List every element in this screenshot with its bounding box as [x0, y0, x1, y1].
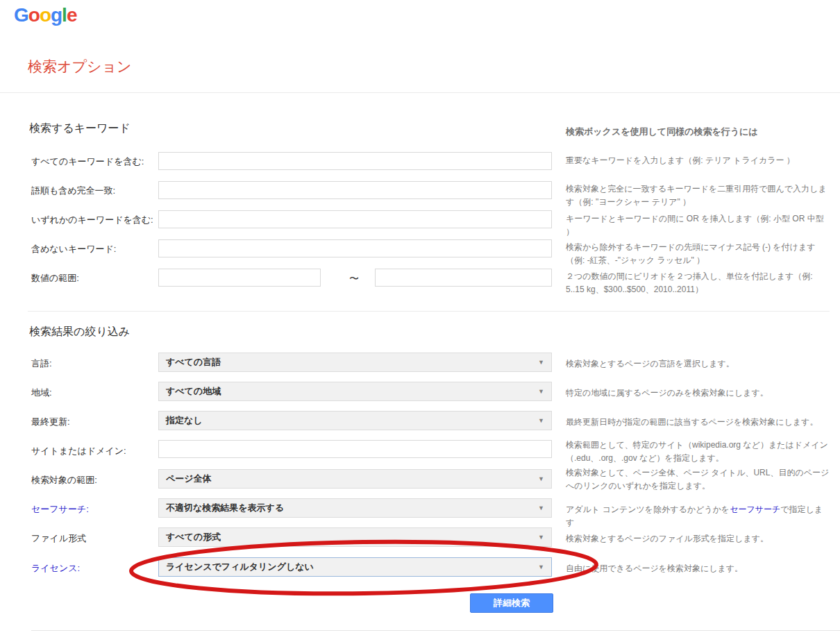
license-label-link[interactable]: ライセンス:	[31, 562, 80, 575]
logo-letter: e	[67, 4, 77, 26]
help-safesearch: アダルト コンテンツを除外するかどうかをセーフサーチで指定します	[566, 503, 831, 529]
label-terms-appearing: 検索対象の範囲:	[31, 474, 97, 486]
help-site-domain: 検索範囲として、特定のサイト（wikipedia.org など）またはドメイン（…	[566, 439, 831, 464]
chevron-down-icon: ▼	[538, 389, 544, 395]
exact-phrase-input[interactable]	[158, 181, 552, 199]
help-safesearch-prefix: アダルト コンテンツを除外するかどうかを	[566, 505, 730, 514]
header-divider	[0, 92, 840, 93]
label-last-update: 最終更新:	[31, 416, 70, 428]
label-file-type: ファイル形式	[31, 532, 86, 545]
help-column-title: 検索ボックスを使用して同様の検索を行うには	[566, 126, 830, 138]
any-keywords-input[interactable]	[158, 210, 552, 228]
terms-appearing-select[interactable]: ページ全体 ▼	[158, 469, 552, 489]
help-region: 特定の地域に属するページのみを検索対象にします。	[566, 387, 831, 400]
help-exact-phrase: 検索対象と完全に一致するキーワードを二重引用符で囲んで入力します（例: "ヨーク…	[566, 183, 831, 208]
help-number-range: ２つの数値の間にピリオドを２つ挿入し、単位を付記します（例: 5..15 kg、…	[566, 270, 831, 296]
advanced-search-submit-button[interactable]: 詳細検索	[470, 593, 553, 613]
region-select[interactable]: すべての地域 ▼	[158, 382, 552, 401]
last-update-select[interactable]: 指定なし ▼	[158, 411, 552, 430]
label-region: 地域:	[31, 387, 52, 399]
label-exclude-keywords: 含めないキーワード:	[31, 243, 116, 255]
footer-divider	[31, 630, 840, 631]
help-language: 検索対象とするページの言語を選択します。	[566, 357, 831, 371]
page-title: 検索オプション	[28, 57, 131, 76]
label-any-keywords: いずれかのキーワードを含む:	[31, 214, 153, 226]
chevron-down-icon: ▼	[538, 359, 544, 366]
logo-letter: o	[28, 4, 40, 26]
help-license: 自由に使用できるページを検索対象にします。	[566, 562, 831, 575]
range-tilde: 〜	[349, 273, 359, 285]
license-select[interactable]: ライセンスでフィルタリングしない ▼	[158, 557, 552, 577]
logo-letter: o	[40, 4, 51, 26]
help-any-keywords: キーワードとキーワードの間に OR を挿入します（例: 小型 OR 中型 ）	[566, 212, 831, 238]
language-select-value: すべての言語	[166, 356, 221, 369]
license-select-value: ライセンスでフィルタリングしない	[166, 561, 314, 573]
section-title-keywords: 検索するキーワード	[29, 121, 131, 136]
help-terms-appearing: 検索対象として、ページ全体、ページ タイトル、URL、目的のページへのリンクのい…	[566, 466, 831, 492]
last-update-select-value: 指定なし	[166, 414, 203, 427]
label-exact-phrase: 語順も含め完全一致:	[31, 185, 115, 197]
logo-letter: l	[62, 4, 67, 26]
safesearch-label-link[interactable]: セーフサーチ:	[31, 503, 89, 516]
section-title-refine: 検索結果の絞り込み	[29, 325, 130, 339]
language-select[interactable]: すべての言語 ▼	[158, 353, 552, 372]
label-language: 言語:	[31, 357, 52, 370]
chevron-down-icon: ▼	[538, 534, 544, 541]
safesearch-select[interactable]: 不適切な検索結果を表示する ▼	[158, 498, 552, 518]
section-divider	[28, 311, 830, 312]
chevron-down-icon: ▼	[538, 476, 544, 482]
label-all-keywords: すべてのキーワードを含む:	[31, 155, 144, 168]
file-type-select[interactable]: すべての形式 ▼	[158, 527, 552, 547]
google-logo[interactable]: Google	[14, 4, 76, 26]
help-file-type: 検索対象とするページのファイル形式を指定します。	[566, 532, 831, 545]
number-range-to-input[interactable]	[375, 269, 552, 287]
file-type-select-value: すべての形式	[166, 531, 221, 543]
all-keywords-input[interactable]	[158, 152, 552, 170]
label-site-domain: サイトまたはドメイン:	[31, 445, 126, 457]
help-all-keywords: 重要なキーワードを入力します（例: テリア トライカラー ）	[566, 154, 831, 167]
safesearch-inline-link[interactable]: セーフサーチ	[730, 505, 780, 514]
safesearch-select-value: 不適切な検索結果を表示する	[166, 502, 284, 514]
terms-appearing-select-value: ページ全体	[166, 473, 212, 485]
label-number-range: 数値の範囲:	[31, 272, 79, 285]
advanced-search-page: Google 検索オプション 検索するキーワード 検索ボックスを使用して同様の検…	[0, 0, 840, 635]
exclude-keywords-input[interactable]	[158, 239, 552, 257]
logo-letter: g	[51, 4, 62, 26]
help-exclude-keywords: 検索から除外するキーワードの先頭にマイナス記号 (-) を付けます（例: -紅茶…	[566, 241, 831, 266]
logo-letter: G	[14, 4, 28, 26]
chevron-down-icon: ▼	[538, 418, 544, 424]
chevron-down-icon: ▼	[538, 505, 544, 511]
site-domain-input[interactable]	[158, 440, 552, 458]
help-last-update: 最終更新日時が指定の範囲に該当するページを検索対象にします。	[566, 416, 831, 429]
region-select-value: すべての地域	[166, 385, 221, 398]
number-range-from-input[interactable]	[158, 269, 321, 287]
chevron-down-icon: ▼	[538, 564, 544, 570]
